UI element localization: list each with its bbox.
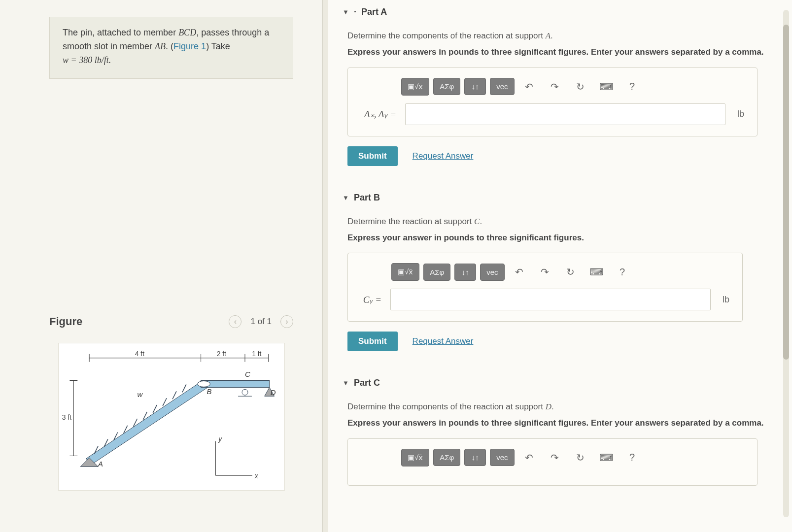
axis-x: x: [254, 472, 258, 480]
keyboard-button[interactable]: ⌨: [585, 264, 608, 280]
request-answer-link-b[interactable]: Request Answer: [413, 336, 474, 346]
templates-button[interactable]: ▣√x̄: [401, 449, 429, 466]
answer-box-a: ▣√x̄ ΑΣφ ↓↑ vec ↶ ↷ ↻ ⌨ ? Aₓ, Aᵧ = lb: [347, 67, 758, 136]
answer-variable-label: Cᵧ =: [357, 294, 381, 305]
scrollbar-thumb[interactable]: [783, 25, 789, 360]
math-toolbar: ▣√x̄ ΑΣφ ↓↑ vec ↶ ↷ ↻ ⌨ ?: [401, 449, 744, 466]
greek-button[interactable]: ΑΣφ: [423, 264, 450, 281]
templates-button[interactable]: ▣√x̄: [401, 78, 429, 96]
subsup-button[interactable]: ↓↑: [464, 78, 486, 95]
svg-line-20: [182, 384, 186, 392]
part-b-instructions: Express your answer in pounds to three s…: [347, 232, 772, 244]
reset-button[interactable]: ↻: [570, 450, 591, 466]
chevron-down-icon: ▼: [343, 8, 349, 16]
svg-rect-21: [201, 380, 269, 387]
part-b-header[interactable]: ▼ Part B: [343, 186, 772, 210]
dim-2ft: 2 ft: [216, 349, 226, 357]
unit-label: lb: [723, 295, 729, 305]
answer-variable-label: Aₓ, Aᵧ =: [357, 108, 396, 120]
part-c-header[interactable]: ▼ Part C: [343, 371, 772, 395]
part-c-title: Part C: [354, 378, 380, 388]
figure-image: 4 ft 2 ft 1 ft 3 ft: [58, 343, 285, 491]
scrollbar[interactable]: [782, 10, 790, 517]
figure-prev-button[interactable]: ‹: [229, 315, 241, 328]
math-toolbar: ▣√x̄ ΑΣφ ↓↑ vec ↶ ↷ ↻ ⌨ ?: [391, 263, 729, 281]
redo-button[interactable]: ↷: [544, 79, 566, 95]
part-a-instructions: Express your answers in pounds to three …: [347, 46, 772, 59]
answer-box-c: ▣√x̄ ΑΣφ ↓↑ vec ↶ ↷ ↻ ⌨ ?: [347, 438, 758, 486]
greek-button[interactable]: ΑΣφ: [433, 449, 460, 466]
undo-button[interactable]: ↶: [518, 79, 540, 95]
svg-point-23: [242, 389, 248, 395]
problem-text: . (: [166, 41, 173, 51]
part-title: ·: [354, 7, 356, 17]
axis-y: y: [218, 434, 222, 442]
help-button[interactable]: ?: [621, 450, 643, 465]
part-c-instructions: Express your answers in pounds to three …: [347, 417, 772, 430]
unit-label: lb: [737, 109, 744, 119]
svg-line-19: [172, 391, 176, 399]
part-a-prompt: Determine the components of the reaction…: [347, 31, 772, 41]
figure-title: Figure: [49, 315, 82, 328]
undo-button[interactable]: ↶: [518, 450, 540, 466]
dim-1ft: 1 ft: [252, 349, 261, 357]
templates-button[interactable]: ▣√x̄: [391, 263, 419, 281]
dim-4ft: 4 ft: [135, 349, 144, 357]
problem-text: The pin, attached to member: [63, 28, 178, 37]
problem-statement: The pin, attached to member BCD, passes …: [49, 17, 293, 79]
problem-text: ) Take: [206, 41, 230, 51]
var-bcd: BCD: [178, 28, 196, 37]
part-b-title: Part B: [354, 193, 380, 203]
submit-button-a[interactable]: Submit: [347, 146, 398, 166]
reset-button[interactable]: ↻: [570, 79, 591, 95]
subsup-button[interactable]: ↓↑: [454, 264, 476, 281]
part-a-title: Part A: [361, 7, 387, 17]
answer-input-b[interactable]: [390, 289, 711, 310]
svg-line-18: [163, 398, 167, 406]
svg-point-22: [197, 381, 210, 387]
label-C: C: [245, 370, 250, 378]
label-B: B: [207, 388, 211, 396]
help-button[interactable]: ?: [612, 265, 633, 280]
keyboard-button[interactable]: ⌨: [595, 79, 618, 95]
subsup-button[interactable]: ↓↑: [464, 449, 486, 466]
part-b-prompt: Determine the reaction at support C.: [347, 217, 772, 227]
label-D: D: [270, 389, 275, 397]
var-w: w = 380 lb/ft.: [63, 55, 111, 65]
undo-button[interactable]: ↶: [509, 264, 530, 280]
math-toolbar: ▣√x̄ ΑΣφ ↓↑ vec ↶ ↷ ↻ ⌨ ?: [401, 78, 744, 96]
vec-button[interactable]: vec: [490, 78, 514, 95]
help-button[interactable]: ?: [621, 79, 643, 94]
submit-button-b[interactable]: Submit: [347, 332, 398, 351]
svg-marker-10: [86, 382, 207, 463]
chevron-down-icon: ▼: [343, 379, 349, 387]
var-ab: AB: [155, 41, 166, 51]
figure-link[interactable]: Figure 1: [173, 41, 206, 51]
chevron-down-icon: ▼: [343, 194, 349, 201]
dim-3ft: 3 ft: [62, 413, 71, 421]
part-c-prompt: Determine the components of the reaction…: [347, 402, 772, 412]
redo-button[interactable]: ↷: [544, 450, 566, 466]
label-w: w: [137, 391, 143, 399]
figure-pager: 1 of 1: [250, 317, 272, 327]
answer-box-b: ▣√x̄ ΑΣφ ↓↑ vec ↶ ↷ ↻ ⌨ ? Cᵧ = lb: [347, 253, 743, 322]
answer-input-a[interactable]: [405, 103, 725, 125]
request-answer-link-a[interactable]: Request Answer: [413, 151, 474, 161]
vec-button[interactable]: vec: [490, 449, 514, 466]
label-A: A: [98, 460, 103, 468]
greek-button[interactable]: ΑΣφ: [433, 78, 460, 95]
figure-next-button[interactable]: ›: [280, 315, 293, 328]
part-a-header[interactable]: ▼ · Part A: [343, 0, 772, 24]
keyboard-button[interactable]: ⌨: [595, 450, 618, 466]
vec-button[interactable]: vec: [480, 264, 504, 281]
reset-button[interactable]: ↻: [560, 264, 582, 280]
redo-button[interactable]: ↷: [534, 264, 556, 280]
